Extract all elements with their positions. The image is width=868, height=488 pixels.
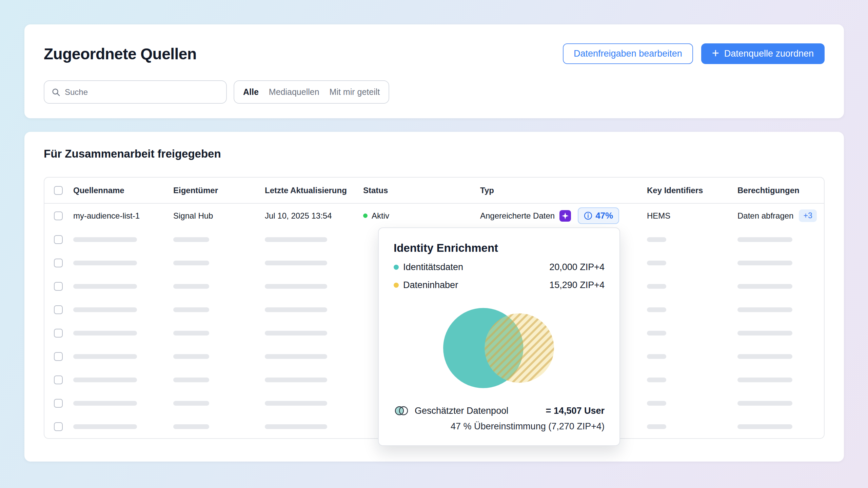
assign-data-source-button[interactable]: + Datenquelle zuordnen: [701, 43, 825, 64]
skeleton-bar: [737, 331, 792, 336]
skeleton-bar: [737, 261, 792, 265]
skeleton-bar: [173, 284, 209, 289]
legend-data-owner: Dateninhaber 15,290 ZIP+4: [394, 280, 605, 290]
page-title: Zugeordnete Quellen: [44, 45, 197, 63]
skeleton-bar: [647, 401, 666, 406]
estimated-pool-row: Geschätzter Datenpool = 14,507 User: [394, 405, 605, 416]
skeleton-bar: [73, 237, 137, 242]
sources-header-panel: Zugeordnete Quellen Datenfreigaben bearb…: [24, 24, 844, 118]
skeleton-bar: [265, 401, 327, 406]
skeleton-bar: [737, 284, 792, 289]
skeleton-bar: [73, 261, 137, 265]
type-cell: Angereicherte Daten 47%: [480, 207, 647, 224]
identity-enrichment-popover: Identity Enrichment Identitätsdaten 20,0…: [378, 227, 620, 446]
skeleton-bar: [73, 401, 137, 406]
header-actions: Datenfreigaben bearbeiten + Datenquelle …: [563, 43, 825, 64]
select-all-checkbox[interactable]: [54, 186, 63, 195]
col-eigentuemer: Eigentümer: [173, 186, 265, 195]
skeleton-bar: [647, 237, 666, 242]
row-checkbox[interactable]: [54, 375, 63, 384]
enriched-data-icon: [559, 210, 571, 222]
skeleton-bar: [73, 424, 137, 429]
table-row: my-audience-list-1 Signal Hub Jul 10, 20…: [44, 204, 824, 228]
pool-label: Geschätzter Datenpool: [415, 406, 508, 416]
match-line: 47 % Übereinstimmung (7,270 ZIP+4): [394, 421, 605, 432]
filter-tabs: Alle Mediaquellen Mit mir geteilt: [234, 80, 389, 104]
skeleton-bar: [265, 354, 327, 359]
assign-data-source-label: Datenquelle zuordnen: [724, 48, 814, 59]
search-input[interactable]: [65, 87, 219, 97]
skeleton-bar: [265, 331, 327, 336]
col-typ: Typ: [480, 186, 647, 195]
permissions-more-badge[interactable]: +3: [799, 209, 816, 222]
legend-identity-data: Identitätsdaten 20,000 ZIP+4: [394, 262, 605, 272]
skeleton-bar: [265, 307, 327, 312]
row-checkbox[interactable]: [54, 211, 63, 220]
skeleton-bar: [265, 237, 327, 242]
source-name[interactable]: my-audience-list-1: [73, 211, 173, 221]
skeleton-bar: [173, 354, 209, 359]
skeleton-bar: [265, 424, 327, 429]
legend-value: 20,000 ZIP+4: [549, 262, 605, 272]
skeleton-bar: [73, 378, 137, 382]
skeleton-bar: [73, 354, 137, 359]
skeleton-bar: [647, 354, 666, 359]
status-active-dot: [363, 214, 368, 218]
row-checkbox[interactable]: [54, 352, 63, 361]
section-title: Für Zusammenarbeit freigegeben: [44, 147, 825, 160]
skeleton-bar: [737, 354, 792, 359]
tab-mit-mir-geteilt[interactable]: Mit mir geteilt: [330, 87, 380, 97]
skeleton-bar: [73, 284, 137, 289]
col-berechtigungen: Berechtigungen: [737, 186, 824, 195]
skeleton-bar: [647, 378, 666, 382]
skeleton-bar: [173, 261, 209, 265]
skeleton-bar: [737, 378, 792, 382]
skeleton-bar: [173, 401, 209, 406]
row-checkbox[interactable]: [54, 422, 63, 431]
search-icon: [52, 88, 60, 97]
skeleton-bar: [737, 424, 792, 429]
col-quellenname: Quellenname: [73, 186, 173, 195]
search-box[interactable]: [44, 80, 227, 104]
skeleton-bar: [173, 237, 209, 242]
skeleton-bar: [647, 424, 666, 429]
row-checkbox[interactable]: [54, 399, 63, 408]
permissions-cell: Daten abfragen +3: [737, 209, 824, 222]
col-status: Status: [363, 186, 480, 195]
skeleton-bar: [647, 307, 666, 312]
teal-legend-dot: [394, 265, 399, 270]
source-updated: Jul 10, 2025 13:54: [265, 211, 363, 221]
row-checkbox[interactable]: [54, 305, 63, 314]
status-cell: Aktiv: [363, 211, 480, 221]
col-key-identifiers: Key Identifiers: [647, 186, 737, 195]
tab-alle[interactable]: Alle: [243, 87, 259, 97]
col-letzte-aktualisierung: Letzte Aktualisierung: [265, 186, 363, 195]
popover-title: Identity Enrichment: [394, 242, 605, 255]
info-icon: [584, 211, 592, 220]
match-rate-chip[interactable]: 47%: [578, 207, 619, 224]
row-checkbox[interactable]: [54, 329, 63, 338]
skeleton-bar: [173, 378, 209, 382]
skeleton-bar: [647, 284, 666, 289]
legend-label: Identitätsdaten: [403, 262, 463, 272]
skeleton-bar: [173, 331, 209, 336]
skeleton-bar: [265, 261, 327, 265]
row-checkbox[interactable]: [54, 282, 63, 291]
skeleton-bar: [265, 378, 327, 382]
source-owner: Signal Hub: [173, 211, 265, 221]
match-rate-value: 47%: [595, 210, 613, 221]
type-label: Angereicherte Daten: [480, 211, 555, 221]
venn-icon: [394, 405, 409, 416]
status-label: Aktiv: [372, 211, 389, 221]
edit-data-shares-button[interactable]: Datenfreigaben bearbeiten: [563, 43, 693, 64]
table-header-row: Quellenname Eigentümer Letzte Aktualisie…: [44, 178, 824, 204]
data-owner-circle: [485, 313, 554, 383]
legend-label: Dateninhaber: [403, 280, 458, 290]
plus-icon: +: [712, 47, 719, 59]
pool-value: = 14,507 User: [546, 406, 605, 416]
row-checkbox[interactable]: [54, 235, 63, 244]
skeleton-bar: [737, 307, 792, 312]
tab-mediaquellen[interactable]: Mediaquellen: [269, 87, 319, 97]
skeleton-bar: [647, 331, 666, 336]
row-checkbox[interactable]: [54, 259, 63, 267]
